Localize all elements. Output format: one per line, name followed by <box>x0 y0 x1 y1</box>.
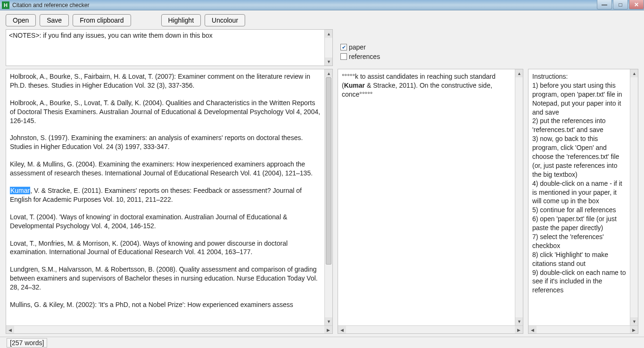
scroll-left-icon[interactable]: ◀ <box>338 326 346 334</box>
instruction-line: 2) put the references into 'references.t… <box>532 116 626 134</box>
checkbox-references-box[interactable] <box>340 53 347 60</box>
scroll-up-icon[interactable]: ▲ <box>630 69 638 77</box>
scroll-down-icon[interactable]: ▼ <box>515 317 523 325</box>
reference-item[interactable]: Johnston, S. (1997). Examining the exami… <box>10 133 321 151</box>
reference-item[interactable]: Lovat, T. (2004). 'Ways of knowing' in d… <box>10 213 321 231</box>
scroll-down-icon[interactable]: ▼ <box>630 317 638 325</box>
scroll-up-icon[interactable]: ▲ <box>515 69 523 77</box>
instructions-vscrollbar[interactable]: ▲ ▼ <box>630 69 638 325</box>
instruction-line: 1) before you start using this program, … <box>532 81 626 117</box>
minimize-button[interactable]: — <box>597 0 612 9</box>
reference-item[interactable]: Lovat, T., Monfries, M. & Morrison, K. (… <box>10 239 321 257</box>
references-text[interactable]: Holbrook, A., Bourke, S., Fairbairn, H. … <box>6 69 324 325</box>
reference-item[interactable]: Holbrook, A., Bourke, S., Lovat, T. & Da… <box>10 99 321 125</box>
uncolour-button[interactable]: Uncolour <box>205 14 245 26</box>
instructions-text: Instructions:1) before you start using t… <box>528 69 630 325</box>
reference-item[interactable]: Holbrook, A., Bourke, S., Fairbairn, H. … <box>10 72 321 90</box>
references-panel[interactable]: Holbrook, A., Bourke, S., Fairbairn, H. … <box>6 69 333 334</box>
window-controls: — □ ✕ <box>596 0 644 9</box>
snippet-vscrollbar[interactable]: ▲ ▼ <box>515 69 523 325</box>
scroll-down-icon[interactable]: ▼ <box>325 58 333 66</box>
instructions-panel: Instructions:1) before you start using t… <box>528 69 638 334</box>
instruction-line: 5) continue for all references <box>532 206 626 215</box>
app-icon: H <box>2 1 9 9</box>
references-hscrollbar[interactable]: ◀ ▶ <box>6 325 332 333</box>
close-button[interactable]: ✕ <box>629 0 644 9</box>
instruction-line: 8) click 'Highlight' to make citations s… <box>532 250 626 268</box>
scroll-left-icon[interactable]: ◀ <box>6 326 14 334</box>
status-bar: [257 words] <box>0 337 644 348</box>
instruction-line: 9) double-click on each name to see if i… <box>532 268 626 295</box>
notes-textbox[interactable]: <NOTES>: if you find any issues, you can… <box>6 29 333 66</box>
highlight-button[interactable]: Highlight <box>161 14 201 26</box>
scroll-right-icon[interactable]: ▶ <box>630 326 638 334</box>
instruction-line: 6) open 'paper.txt' file (or just paste … <box>532 215 626 232</box>
reference-item[interactable]: Kumar, V. & Stracke, E. (2011). Examiner… <box>10 186 321 204</box>
word-count: [257 words] <box>7 338 47 348</box>
from-clipboard-button[interactable]: From clipboard <box>73 14 131 26</box>
scroll-up-icon[interactable]: ▲ <box>325 69 333 77</box>
checkbox-paper-label: paper <box>349 43 366 51</box>
snippet-hscrollbar[interactable]: ◀ ▶ <box>338 325 523 333</box>
notes-scrollbar[interactable]: ▲ ▼ <box>324 30 332 66</box>
save-button[interactable]: Save <box>40 14 69 26</box>
maximize-button[interactable]: □ <box>613 0 628 9</box>
instructions-hscrollbar[interactable]: ◀ ▶ <box>528 325 638 333</box>
reference-item[interactable]: Lundgren, S.M., Halvarsson, M. & Roberts… <box>10 265 321 292</box>
main-area: <NOTES>: if you find any issues, you can… <box>0 29 644 337</box>
snippet-panel[interactable]: °°°°°k to assist candidates in reaching … <box>338 69 523 334</box>
selected-name[interactable]: Kumar <box>10 187 30 194</box>
instruction-line: 7) select the 'references' checkbox <box>532 232 626 250</box>
snippet-text: °°°°°k to assist candidates in reaching … <box>338 69 515 325</box>
open-button[interactable]: Open <box>6 14 36 26</box>
checkbox-paper-box[interactable] <box>340 44 347 50</box>
checkbox-paper[interactable]: paper <box>340 43 638 51</box>
checkbox-references[interactable]: references <box>340 53 638 60</box>
scrollbar-thumb[interactable] <box>326 77 331 265</box>
instructions-heading: Instructions: <box>532 72 626 81</box>
reference-item[interactable]: Mullins, G. & Kiley, M. (2002): 'It's a … <box>10 300 321 309</box>
mode-checkboxes: paper references <box>338 29 638 66</box>
scroll-left-icon[interactable]: ◀ <box>528 326 537 334</box>
scroll-down-icon[interactable]: ▼ <box>325 317 333 325</box>
notes-text: <NOTES>: if you find any issues, you can… <box>9 32 213 39</box>
window-titlebar: H Citation and reference checker — □ ✕ <box>0 0 644 10</box>
scroll-right-icon[interactable]: ▶ <box>515 326 523 334</box>
references-vscrollbar[interactable]: ▲ ▼ <box>324 69 332 325</box>
snippet-match: Kumar <box>344 82 365 89</box>
toolbar: Open Save From clipboard Highlight Uncol… <box>0 10 644 29</box>
instruction-line: 4) double-click on a name - if it is men… <box>532 179 626 206</box>
reference-item[interactable]: Kiley, M. & Mullins, G. (2004). Examinin… <box>10 160 321 178</box>
checkbox-references-label: references <box>349 53 380 60</box>
instruction-line: 3) now, go back to this program, click '… <box>532 134 626 179</box>
scroll-up-icon[interactable]: ▲ <box>325 30 333 38</box>
window-title: Citation and reference checker <box>12 2 89 8</box>
scroll-right-icon[interactable]: ▶ <box>324 326 332 334</box>
